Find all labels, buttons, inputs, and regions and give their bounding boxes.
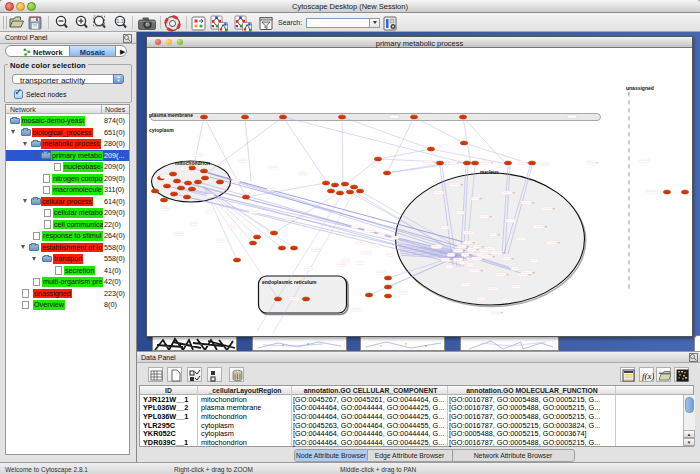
svg-text:f(x): f(x) [642,371,654,381]
svg-text:1:1: 1:1 [117,18,124,24]
svg-text:mitochondrion: mitochondrion [175,160,210,166]
svg-text:cytoplasm: cytoplasm [149,127,174,133]
svg-text:nucleus: nucleus [480,169,499,175]
svg-text:endoplasmic reticulum: endoplasmic reticulum [262,279,317,285]
svg-text:unassigned: unassigned [626,85,654,91]
svg-text:plasma membrane: plasma membrane [149,112,193,118]
